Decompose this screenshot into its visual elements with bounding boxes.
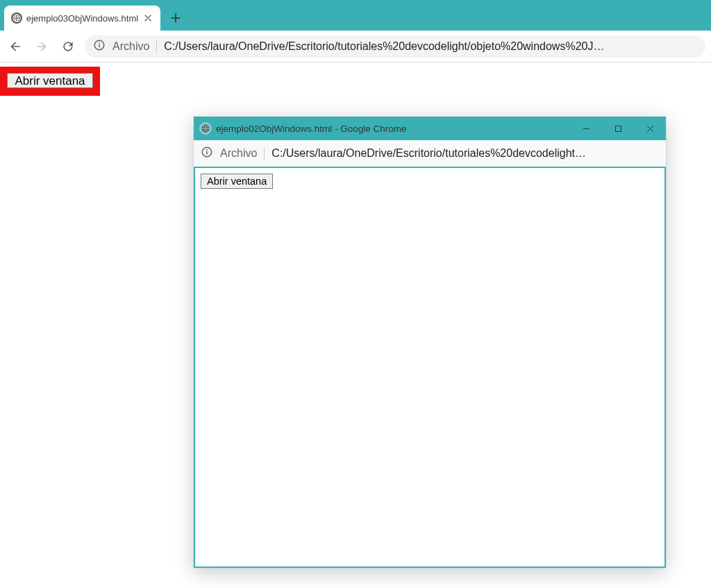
tab-close-icon[interactable] (142, 12, 153, 24)
close-button[interactable] (634, 117, 666, 140)
popup-title: ejemplo02ObjWindows.html - Google Chrome (216, 124, 570, 134)
popup-window-controls (570, 117, 666, 140)
back-button[interactable] (6, 37, 25, 56)
popup-window: ejemplo02ObjWindows.html - Google Chrome… (194, 117, 666, 568)
address-bar[interactable]: Archivo C:/Users/laura/OneDrive/Escritor… (85, 35, 705, 58)
address-path: C:/Users/laura/OneDrive/Escritorio/tutor… (164, 40, 604, 53)
svg-rect-3 (615, 126, 621, 131)
svg-point-5 (206, 149, 208, 151)
address-separator (264, 147, 265, 160)
svg-point-1 (99, 42, 100, 44)
main-viewport: Abrir ventana ejemplo02ObjWindows.html -… (0, 62, 711, 588)
popup-viewport: Abrir ventana (194, 168, 666, 568)
forward-button[interactable] (32, 37, 51, 56)
annotation-highlight: Abrir ventana (0, 67, 100, 96)
address-separator (156, 40, 157, 53)
open-window-button[interactable]: Abrir ventana (7, 73, 93, 88)
globe-icon (199, 122, 212, 135)
main-tab-bar: ejemplo03ObjWindows.html (0, 0, 711, 31)
browser-tab[interactable]: ejemplo03ObjWindows.html (4, 6, 160, 31)
popup-titlebar[interactable]: ejemplo02ObjWindows.html - Google Chrome (194, 117, 666, 140)
popup-open-window-button[interactable]: Abrir ventana (201, 174, 273, 189)
popup-address-bar[interactable]: Archivo C:/Users/laura/OneDrive/Escritor… (194, 140, 666, 168)
address-scheme-label: Archivo (112, 40, 149, 53)
popup-scheme-label: Archivo (220, 147, 257, 160)
tab-title: ejemplo03ObjWindows.html (26, 13, 138, 24)
popup-address-path: C:/Users/laura/OneDrive/Escritorio/tutor… (271, 147, 586, 160)
info-icon (201, 146, 213, 161)
info-icon (93, 39, 106, 54)
new-tab-button[interactable] (166, 8, 185, 28)
svg-rect-6 (206, 151, 208, 155)
globe-icon (11, 12, 22, 24)
minimize-button[interactable] (570, 117, 602, 140)
svg-rect-2 (99, 44, 100, 47)
reload-button[interactable] (58, 37, 78, 56)
maximize-button[interactable] (602, 117, 634, 140)
main-toolbar: Archivo C:/Users/laura/OneDrive/Escritor… (0, 31, 711, 62)
